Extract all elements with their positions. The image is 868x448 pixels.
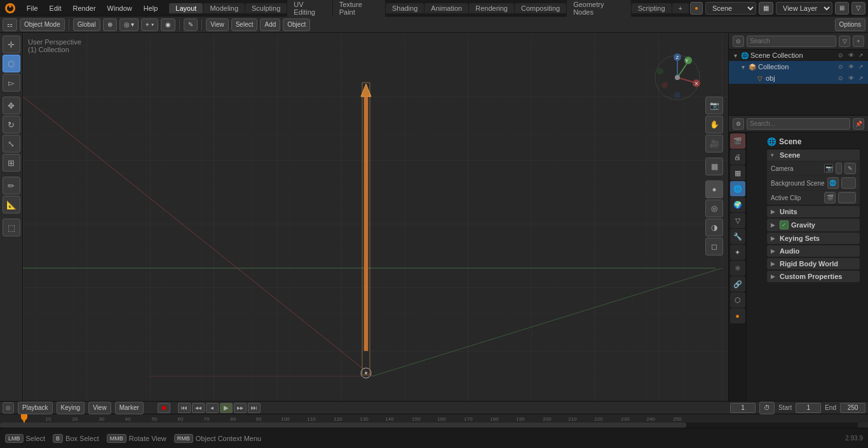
scale-tool[interactable]: ⤡ bbox=[3, 135, 20, 153]
start-frame-input[interactable]: 1 bbox=[796, 403, 821, 413]
camera-value[interactable] bbox=[836, 163, 842, 174]
tab-sculpting[interactable]: Sculpting bbox=[245, 3, 287, 13]
tab-rendering[interactable]: Rendering bbox=[469, 3, 514, 13]
gravity-section-header[interactable]: ▶ ✓ Gravity bbox=[767, 219, 860, 231]
prop-tab-object[interactable]: ▽ bbox=[730, 213, 745, 228]
rotate-tool[interactable]: ↻ bbox=[3, 116, 20, 133]
viewport-shading-solid[interactable]: ● bbox=[705, 180, 723, 198]
menu-edit[interactable]: Edit bbox=[44, 3, 67, 13]
timeline-scroll-end[interactable] bbox=[858, 423, 868, 428]
prop-tab-constraints[interactable]: 🔗 bbox=[730, 276, 745, 292]
outliner-filter[interactable]: ▽ bbox=[839, 36, 850, 47]
select-menu-btn[interactable]: Select bbox=[231, 18, 258, 31]
select-tool[interactable]: ⬡ bbox=[3, 55, 20, 72]
prop-tab-physics[interactable]: ⚛ bbox=[730, 261, 745, 276]
tab-texture-paint[interactable]: Texture Paint bbox=[333, 0, 385, 17]
prop-tab-view-layer[interactable]: ▦ bbox=[730, 165, 745, 180]
prop-tab-world[interactable]: 🌍 bbox=[730, 197, 745, 212]
add-btn[interactable]: Add bbox=[260, 18, 280, 31]
keying-btn[interactable]: Keying bbox=[57, 402, 85, 414]
view-menu-btn[interactable]: View bbox=[88, 402, 111, 414]
view-btn[interactable]: View bbox=[206, 18, 229, 31]
props-pin[interactable]: 📌 bbox=[853, 118, 864, 130]
playback-btn[interactable]: Playback bbox=[18, 402, 53, 414]
cursor-tool[interactable]: ✛ bbox=[3, 36, 20, 53]
bg-scene-value[interactable] bbox=[841, 177, 856, 189]
jump-start-btn[interactable]: ⏮ bbox=[178, 403, 191, 413]
collection-item[interactable]: ▾ 📦 Collection ⊙ 👁 ↗ bbox=[729, 61, 868, 72]
current-frame-input[interactable]: 1 bbox=[730, 403, 756, 413]
props-search[interactable] bbox=[747, 118, 850, 130]
viewport-shading-render[interactable]: ◎ bbox=[705, 200, 723, 217]
jump-end-btn[interactable]: ⏭ bbox=[248, 403, 261, 413]
timeline-ruler[interactable]: 10 20 30 40 50 60 70 80 90 100 110 120 1… bbox=[0, 414, 868, 428]
expand-scene-btn[interactable]: ⊞ bbox=[835, 2, 849, 15]
view-layer-icon[interactable]: ▦ bbox=[759, 2, 773, 15]
obj-item[interactable]: ▽ obj ⊙ 👁 ↗ bbox=[729, 72, 868, 84]
end-frame-input[interactable]: 250 bbox=[840, 403, 865, 413]
add-cube-tool[interactable]: ⬚ bbox=[3, 219, 20, 236]
annotate-tool[interactable]: ✏ bbox=[3, 177, 20, 194]
scene-collection-sel[interactable]: ↗ bbox=[857, 51, 865, 60]
audio-section-header[interactable]: ▶ Audio bbox=[767, 245, 860, 257]
viewport-shading-btn[interactable]: Global bbox=[73, 18, 100, 31]
marker-btn[interactable]: Marker bbox=[115, 402, 144, 414]
viewport-shading-mat[interactable]: ◑ bbox=[705, 219, 723, 236]
pan-btn[interactable]: ✋ bbox=[705, 116, 723, 133]
units-section-header[interactable]: ▶ Units bbox=[767, 206, 860, 217]
view-layer-selector[interactable]: View Layer bbox=[776, 2, 832, 15]
prop-tab-render[interactable]: 🎬 bbox=[730, 133, 745, 149]
outliner-add[interactable]: + bbox=[853, 36, 864, 47]
tab-layout[interactable]: Layout bbox=[169, 3, 203, 13]
object-btn[interactable]: Object bbox=[283, 18, 310, 31]
prop-tab-particles[interactable]: ✦ bbox=[730, 245, 745, 260]
annotation-btn[interactable]: ✎ bbox=[184, 18, 198, 31]
collection-sel[interactable]: ↗ bbox=[857, 62, 865, 71]
tab-modeling[interactable]: Modeling bbox=[203, 3, 245, 13]
filter-btn[interactable]: ▽ bbox=[851, 2, 865, 15]
camera-persp-btn[interactable]: 🎥 bbox=[705, 135, 723, 153]
snapping-btn[interactable]: ⌖ ▾ bbox=[141, 18, 158, 31]
timeline-editor-type[interactable]: ⊙ bbox=[3, 402, 14, 414]
options-btn[interactable]: Options bbox=[835, 18, 865, 31]
obj-sel[interactable]: ↗ bbox=[857, 74, 865, 83]
rigid-body-header[interactable]: ▶ Rigid Body World bbox=[767, 258, 860, 269]
tab-compositing[interactable]: Compositing bbox=[515, 3, 566, 13]
play-reverse-btn[interactable]: ◂ bbox=[206, 403, 219, 413]
measure-tool[interactable]: 📐 bbox=[3, 196, 20, 214]
tab-geometry-nodes[interactable]: Geometry Nodes bbox=[567, 0, 631, 17]
transform-tool[interactable]: ⊞ bbox=[3, 154, 20, 172]
mode-selector[interactable]: Object Mode bbox=[20, 18, 65, 31]
prop-tab-output[interactable]: 🖨 bbox=[730, 149, 745, 165]
navigation-gizmo[interactable]: Y X Z bbox=[652, 52, 703, 103]
menu-help[interactable]: Help bbox=[139, 3, 163, 13]
prop-tab-material[interactable]: ● bbox=[730, 308, 745, 323]
proportional-edit-btn[interactable]: ◉ bbox=[161, 18, 175, 31]
active-clip-value[interactable] bbox=[838, 192, 856, 203]
scene-section-header[interactable]: ▾ Scene bbox=[767, 149, 860, 161]
tab-shading[interactable]: Shading bbox=[386, 3, 424, 13]
record-btn[interactable]: ⏺ bbox=[158, 403, 170, 413]
timeline-scrollbar-thumb[interactable] bbox=[0, 423, 686, 428]
prop-tab-scene[interactable]: 🌐 bbox=[730, 181, 745, 196]
prop-tab-modifier[interactable]: 🔧 bbox=[730, 229, 745, 244]
editor-type-btn[interactable]: ⚏ bbox=[3, 18, 17, 31]
collection-eye[interactable]: 👁 bbox=[846, 62, 855, 71]
tab-uv-editing[interactable]: UV Editing bbox=[287, 0, 332, 17]
props-editor-type[interactable]: ⚙ bbox=[733, 118, 744, 130]
scene-selector-icon[interactable]: ● bbox=[690, 2, 703, 15]
custom-props-header[interactable]: ▶ Custom Properties bbox=[767, 271, 860, 282]
viewport-shading-wire[interactable]: ◻ bbox=[705, 238, 723, 255]
camera-edit-btn[interactable]: ✎ bbox=[844, 163, 856, 174]
transform-btn[interactable]: ⊕ bbox=[103, 18, 117, 31]
playback-time-btn[interactable]: ⏱ bbox=[759, 402, 775, 414]
tab-animation[interactable]: Animation bbox=[424, 3, 468, 13]
obj-eye[interactable]: 👁 bbox=[846, 74, 855, 83]
menu-render[interactable]: Render bbox=[68, 3, 101, 13]
keying-sets-header[interactable]: ▶ Keying Sets bbox=[767, 233, 860, 244]
menu-file[interactable]: File bbox=[22, 3, 43, 13]
scene-collection-filter[interactable]: ⊙ bbox=[836, 51, 845, 60]
gravity-checkbox[interactable]: ✓ bbox=[780, 221, 789, 229]
step-back-btn[interactable]: ◂◂ bbox=[192, 403, 205, 413]
play-btn[interactable]: ▶ bbox=[220, 403, 233, 413]
